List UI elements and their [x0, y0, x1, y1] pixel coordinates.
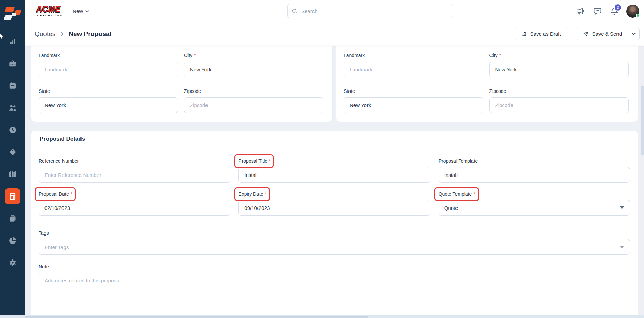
- landmark-input[interactable]: [344, 62, 483, 77]
- calculator-icon: [8, 192, 17, 201]
- sidebar-item-analytics[interactable]: [5, 34, 20, 49]
- sidebar-item-documents[interactable]: [5, 211, 20, 226]
- field-zipcode: Zipcode: [184, 88, 323, 113]
- tags-input[interactable]: Enter Tags: [39, 239, 630, 255]
- zipcode-label: Zipcode: [489, 88, 506, 94]
- proposal-title-label: Proposal Title: [238, 158, 267, 164]
- sidebar-item-territories[interactable]: [5, 166, 20, 182]
- page-toolbar: Quotes New Proposal Save as Draft Save &…: [25, 23, 644, 45]
- landmark-input[interactable]: [39, 62, 178, 77]
- sidebar-item-team[interactable]: [5, 100, 20, 116]
- save-as-draft-label: Save as Draft: [530, 31, 561, 37]
- main-content: Landmark City* State Zipcode: [25, 46, 644, 315]
- breadcrumb-quotes[interactable]: Quotes: [35, 30, 55, 38]
- vertical-scrollbar-thumb[interactable]: [641, 86, 644, 155]
- proposal-title-annotation: Proposal Title*: [238, 158, 270, 164]
- field-state: State: [344, 88, 483, 113]
- note-label: Note: [39, 264, 49, 270]
- city-label: City: [489, 52, 498, 58]
- mouse-cursor: [0, 33, 4, 40]
- zipcode-input[interactable]: [489, 97, 629, 113]
- megaphone-icon: [576, 6, 585, 16]
- section-title: Proposal Details: [40, 136, 629, 143]
- proposal-fields-row-1: Reference Number Proposal Title* Proposa…: [39, 158, 630, 183]
- bar-chart-icon: [8, 37, 17, 46]
- sidebar-nav: [0, 34, 25, 270]
- address-card-left: Landmark City* State Zipcode: [31, 46, 332, 122]
- sidebar-item-quotes[interactable]: [5, 188, 20, 204]
- expiry-date-annotation: Expiry Date*: [238, 191, 267, 197]
- dropdown-arrow-icon: [620, 246, 624, 248]
- sidebar-item-jobs[interactable]: [5, 56, 20, 71]
- required-mark: *: [71, 191, 72, 197]
- sidebar-item-timesheets[interactable]: [5, 122, 20, 138]
- tags-placeholder: Enter Tags: [44, 244, 69, 250]
- dropdown-arrow-icon: [620, 206, 624, 209]
- field-tags: Tags Enter Tags: [39, 230, 630, 255]
- global-search: [287, 4, 453, 18]
- proposal-date-input[interactable]: [39, 200, 230, 216]
- online-status-dot: [636, 14, 640, 17]
- sidebar-item-settings[interactable]: [5, 255, 20, 270]
- field-expiry-date: Expiry Date*: [238, 191, 430, 216]
- proposal-fields-row-2: Proposal Date* Expiry Date* Quote Templa…: [39, 191, 630, 216]
- proposal-title-input[interactable]: [238, 167, 430, 183]
- proposal-fields-row-note: Note: [39, 264, 630, 315]
- field-note: Note: [39, 264, 630, 315]
- field-proposal-date: Proposal Date*: [39, 191, 230, 216]
- send-icon: [583, 31, 589, 37]
- required-mark: *: [473, 191, 475, 197]
- save-and-send-button[interactable]: Save & Send: [577, 28, 628, 40]
- save-as-draft-button[interactable]: Save as Draft: [515, 28, 568, 40]
- city-input[interactable]: [184, 62, 323, 77]
- zipcode-input[interactable]: [184, 97, 323, 113]
- save-and-send-split-button: Save & Send: [577, 28, 640, 40]
- landmark-label: Landmark: [344, 52, 365, 58]
- map-icon: [8, 170, 17, 179]
- required-mark: *: [265, 191, 267, 197]
- city-input[interactable]: [489, 62, 629, 77]
- chat-button[interactable]: [592, 6, 603, 16]
- sidebar-item-reports[interactable]: [5, 233, 20, 248]
- company-logo-subtitle: CORPORATION: [35, 14, 62, 17]
- field-city: City*: [184, 52, 323, 77]
- quote-template-value: Quote: [444, 205, 458, 211]
- notifications-button[interactable]: 2: [609, 6, 620, 16]
- address-cards-row: Landmark City* State Zipcode: [25, 46, 644, 122]
- field-landmark: Landmark: [39, 52, 178, 77]
- expiry-date-label: Expiry Date: [238, 191, 263, 197]
- expiry-date-input[interactable]: [238, 200, 430, 216]
- reference-number-input[interactable]: [39, 167, 230, 183]
- quote-template-label: Quote Template: [439, 191, 472, 197]
- pie-chart-icon: [8, 236, 17, 245]
- field-quote-template: Quote Template* Quote: [439, 191, 630, 216]
- horizontal-scrollbar[interactable]: [0, 315, 644, 318]
- user-avatar[interactable]: [626, 5, 639, 18]
- state-input[interactable]: [39, 97, 178, 113]
- new-menu-label: New: [73, 8, 83, 14]
- note-textarea[interactable]: [39, 273, 630, 315]
- copy-icon: [8, 214, 17, 223]
- quote-template-select[interactable]: Quote: [439, 200, 630, 216]
- landmark-label: Landmark: [39, 52, 60, 58]
- app-logo-icon[interactable]: [0, 0, 25, 20]
- city-label: City: [184, 52, 192, 58]
- announcements-button[interactable]: [575, 6, 586, 16]
- required-mark: *: [268, 158, 270, 164]
- chevron-right-icon: [60, 31, 64, 37]
- search-input[interactable]: [301, 8, 449, 14]
- save-and-send-more-button[interactable]: [628, 28, 639, 40]
- proposal-template-label: Proposal Template: [439, 158, 478, 164]
- address-card-right: Landmark City* State Zipcode: [336, 46, 638, 122]
- state-input[interactable]: [344, 97, 483, 113]
- new-menu-button[interactable]: New: [73, 8, 89, 14]
- vertical-scrollbar[interactable]: [640, 46, 644, 315]
- proposal-template-input[interactable]: [439, 167, 630, 183]
- sidebar-item-tags[interactable]: [5, 144, 20, 160]
- company-logo: ACME CORPORATION: [35, 5, 62, 17]
- horizontal-scrollbar-thumb[interactable]: [25, 316, 368, 318]
- field-reference-number: Reference Number: [39, 158, 230, 183]
- proposal-date-label: Proposal Date: [39, 191, 69, 197]
- sidebar-item-schedule[interactable]: [5, 78, 20, 94]
- save-and-send-label: Save & Send: [592, 31, 622, 37]
